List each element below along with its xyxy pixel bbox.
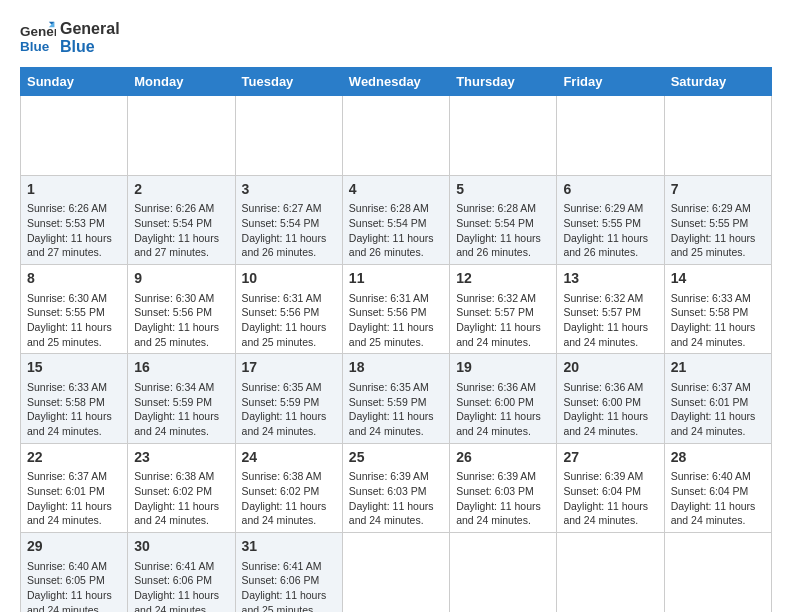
day-number: 29 bbox=[27, 537, 121, 557]
day-info: Sunset: 6:01 PM bbox=[27, 484, 121, 499]
day-info: Sunrise: 6:30 AM bbox=[27, 291, 121, 306]
day-info: and 26 minutes. bbox=[349, 245, 443, 260]
day-info: Daylight: 11 hours bbox=[671, 499, 765, 514]
day-number: 12 bbox=[456, 269, 550, 289]
day-info: Daylight: 11 hours bbox=[671, 409, 765, 424]
logo-icon: General Blue bbox=[20, 20, 56, 56]
calendar-cell: 6Sunrise: 6:29 AMSunset: 5:55 PMDaylight… bbox=[557, 175, 664, 264]
day-header-sunday: Sunday bbox=[21, 67, 128, 95]
day-info: and 27 minutes. bbox=[27, 245, 121, 260]
day-number: 4 bbox=[349, 180, 443, 200]
day-info: Sunrise: 6:39 AM bbox=[456, 469, 550, 484]
day-number: 13 bbox=[563, 269, 657, 289]
day-info: Sunset: 5:56 PM bbox=[242, 305, 336, 320]
day-info: and 25 minutes. bbox=[671, 245, 765, 260]
day-info: and 24 minutes. bbox=[671, 335, 765, 350]
calendar-cell: 17Sunrise: 6:35 AMSunset: 5:59 PMDayligh… bbox=[235, 354, 342, 443]
day-info: Sunrise: 6:39 AM bbox=[563, 469, 657, 484]
day-info: Sunset: 6:06 PM bbox=[242, 573, 336, 588]
day-info: and 27 minutes. bbox=[134, 245, 228, 260]
day-number: 6 bbox=[563, 180, 657, 200]
day-info: Sunrise: 6:26 AM bbox=[27, 201, 121, 216]
calendar-cell: 21Sunrise: 6:37 AMSunset: 6:01 PMDayligh… bbox=[664, 354, 771, 443]
day-info: Sunrise: 6:29 AM bbox=[563, 201, 657, 216]
day-number: 28 bbox=[671, 448, 765, 468]
day-info: Sunset: 6:01 PM bbox=[671, 395, 765, 410]
calendar-cell: 27Sunrise: 6:39 AMSunset: 6:04 PMDayligh… bbox=[557, 443, 664, 532]
day-info: Sunset: 5:54 PM bbox=[349, 216, 443, 231]
day-info: Sunset: 5:55 PM bbox=[563, 216, 657, 231]
calendar-cell: 25Sunrise: 6:39 AMSunset: 6:03 PMDayligh… bbox=[342, 443, 449, 532]
calendar-cell bbox=[21, 95, 128, 175]
day-number: 26 bbox=[456, 448, 550, 468]
day-number: 25 bbox=[349, 448, 443, 468]
calendar-cell: 20Sunrise: 6:36 AMSunset: 6:00 PMDayligh… bbox=[557, 354, 664, 443]
day-info: Sunrise: 6:39 AM bbox=[349, 469, 443, 484]
calendar-cell: 18Sunrise: 6:35 AMSunset: 5:59 PMDayligh… bbox=[342, 354, 449, 443]
day-number: 8 bbox=[27, 269, 121, 289]
calendar-cell: 1Sunrise: 6:26 AMSunset: 5:53 PMDaylight… bbox=[21, 175, 128, 264]
calendar-header-row: SundayMondayTuesdayWednesdayThursdayFrid… bbox=[21, 67, 772, 95]
calendar-cell bbox=[450, 533, 557, 612]
calendar-cell: 3Sunrise: 6:27 AMSunset: 5:54 PMDaylight… bbox=[235, 175, 342, 264]
day-info: Sunset: 5:53 PM bbox=[27, 216, 121, 231]
calendar-table: SundayMondayTuesdayWednesdayThursdayFrid… bbox=[20, 67, 772, 612]
day-number: 30 bbox=[134, 537, 228, 557]
calendar-cell: 2Sunrise: 6:26 AMSunset: 5:54 PMDaylight… bbox=[128, 175, 235, 264]
day-info: Sunset: 6:05 PM bbox=[27, 573, 121, 588]
day-header-saturday: Saturday bbox=[664, 67, 771, 95]
day-number: 27 bbox=[563, 448, 657, 468]
day-header-thursday: Thursday bbox=[450, 67, 557, 95]
day-info: Sunrise: 6:33 AM bbox=[671, 291, 765, 306]
day-info: Sunset: 5:57 PM bbox=[563, 305, 657, 320]
calendar-cell: 23Sunrise: 6:38 AMSunset: 6:02 PMDayligh… bbox=[128, 443, 235, 532]
day-number: 19 bbox=[456, 358, 550, 378]
day-number: 18 bbox=[349, 358, 443, 378]
day-info: Sunset: 5:56 PM bbox=[134, 305, 228, 320]
day-info: and 24 minutes. bbox=[242, 513, 336, 528]
day-number: 31 bbox=[242, 537, 336, 557]
day-number: 3 bbox=[242, 180, 336, 200]
day-number: 10 bbox=[242, 269, 336, 289]
calendar-cell: 22Sunrise: 6:37 AMSunset: 6:01 PMDayligh… bbox=[21, 443, 128, 532]
day-info: and 24 minutes. bbox=[27, 603, 121, 612]
calendar-week-row: 8Sunrise: 6:30 AMSunset: 5:55 PMDaylight… bbox=[21, 265, 772, 354]
day-info: Sunrise: 6:37 AM bbox=[27, 469, 121, 484]
day-info: Sunrise: 6:40 AM bbox=[671, 469, 765, 484]
day-info: Sunrise: 6:36 AM bbox=[563, 380, 657, 395]
day-info: Sunset: 5:54 PM bbox=[242, 216, 336, 231]
day-info: Daylight: 11 hours bbox=[242, 409, 336, 424]
day-info: Daylight: 11 hours bbox=[27, 409, 121, 424]
day-info: Daylight: 11 hours bbox=[242, 231, 336, 246]
day-info: Sunset: 5:54 PM bbox=[456, 216, 550, 231]
day-number: 23 bbox=[134, 448, 228, 468]
day-info: Sunset: 5:58 PM bbox=[27, 395, 121, 410]
calendar-week-row: 15Sunrise: 6:33 AMSunset: 5:58 PMDayligh… bbox=[21, 354, 772, 443]
day-info: Sunrise: 6:32 AM bbox=[456, 291, 550, 306]
calendar-cell: 13Sunrise: 6:32 AMSunset: 5:57 PMDayligh… bbox=[557, 265, 664, 354]
calendar-cell: 9Sunrise: 6:30 AMSunset: 5:56 PMDaylight… bbox=[128, 265, 235, 354]
day-info: Sunset: 6:06 PM bbox=[134, 573, 228, 588]
day-info: and 24 minutes. bbox=[134, 513, 228, 528]
day-info: and 25 minutes. bbox=[242, 335, 336, 350]
calendar-cell: 11Sunrise: 6:31 AMSunset: 5:56 PMDayligh… bbox=[342, 265, 449, 354]
day-number: 14 bbox=[671, 269, 765, 289]
day-info: Daylight: 11 hours bbox=[242, 588, 336, 603]
logo-text-general: General bbox=[60, 20, 120, 38]
day-info: Sunrise: 6:29 AM bbox=[671, 201, 765, 216]
calendar-cell: 10Sunrise: 6:31 AMSunset: 5:56 PMDayligh… bbox=[235, 265, 342, 354]
calendar-cell: 7Sunrise: 6:29 AMSunset: 5:55 PMDaylight… bbox=[664, 175, 771, 264]
day-number: 24 bbox=[242, 448, 336, 468]
day-info: and 25 minutes. bbox=[27, 335, 121, 350]
day-info: Sunset: 6:02 PM bbox=[242, 484, 336, 499]
day-info: and 24 minutes. bbox=[563, 424, 657, 439]
day-header-wednesday: Wednesday bbox=[342, 67, 449, 95]
day-info: Sunrise: 6:31 AM bbox=[349, 291, 443, 306]
calendar-week-row: 29Sunrise: 6:40 AMSunset: 6:05 PMDayligh… bbox=[21, 533, 772, 612]
day-info: Daylight: 11 hours bbox=[349, 320, 443, 335]
calendar-cell bbox=[235, 95, 342, 175]
day-info: Sunset: 5:58 PM bbox=[671, 305, 765, 320]
calendar-cell: 29Sunrise: 6:40 AMSunset: 6:05 PMDayligh… bbox=[21, 533, 128, 612]
day-info: Sunrise: 6:38 AM bbox=[242, 469, 336, 484]
day-info: Daylight: 11 hours bbox=[563, 231, 657, 246]
